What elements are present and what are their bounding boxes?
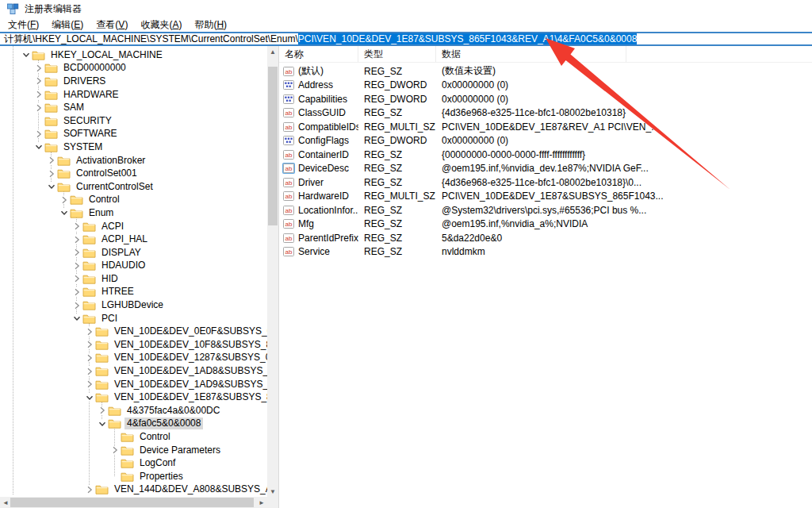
tree-item-enum[interactable]: Enum [0, 206, 267, 220]
tree-vertical-scrollbar[interactable]: ▲ ▼ [267, 46, 278, 497]
tree-item-ven-10de-dev-1e87-subsys-865f1043-r[interactable]: VEN_10DE&DEV_1E87&SUBSYS_865F1043&R [0, 391, 267, 404]
expand-chevron-icon[interactable] [34, 90, 43, 99]
tree-item-ven-10de-dev-1ad8-subsys-865f1043-f[interactable]: VEN_10DE&DEV_1AD8&SUBSYS_865F1043&F [0, 364, 267, 378]
expand-chevron-icon[interactable] [85, 327, 94, 336]
value-row-hardwareid[interactable]: abHardwareIDREG_MULTI_SZPCI\VEN_10DE&DEV… [279, 190, 812, 204]
tree-item-hkey-local-machine[interactable]: HKEY_LOCAL_MACHINE [0, 48, 267, 62]
tree-item-4-375fac4a-0-00dc[interactable]: 4&375fac4a&0&00DC [0, 404, 267, 418]
tree-item-hid[interactable]: HID [0, 272, 267, 286]
tree-item-ven-144d-dev-a808-subsys-a801144d[interactable]: VEN_144D&DEV_A808&SUBSYS_A801144D& [0, 483, 267, 497]
tree-item-htree[interactable]: HTREE [0, 286, 267, 299]
expand-chevron-icon[interactable] [85, 380, 94, 389]
tree-item-activationbroker[interactable]: ActivationBroker [0, 154, 267, 167]
tree-item-4-fa0c5-0-0008[interactable]: 4&fa0c5&0&0008 [0, 418, 267, 431]
registry-key-folder-icon [70, 194, 83, 205]
tree-item-display[interactable]: DISPLAY [0, 246, 267, 260]
tree-item-acpi-hal[interactable]: ACPI_HAL [0, 233, 267, 246]
tree-item-acpi[interactable]: ACPI [0, 220, 267, 233]
expand-chevron-icon[interactable] [85, 485, 94, 494]
tree-item-bcd00000000[interactable]: BCD00000000 [0, 62, 267, 75]
tree-item-security[interactable]: SECURITY [0, 114, 267, 128]
collapse-chevron-icon[interactable] [34, 143, 43, 152]
vertical-scrollbar-thumb[interactable] [268, 67, 278, 225]
collapse-chevron-icon[interactable] [85, 393, 94, 402]
expand-chevron-icon[interactable] [59, 195, 68, 204]
column-header-name[interactable]: 名称 [279, 46, 358, 62]
registry-key-folder-icon [44, 76, 58, 87]
tree-item-ven-10de-dev-1287-subsys-00007377-r[interactable]: VEN_10DE&DEV_1287&SUBSYS_00007377&R [0, 352, 267, 365]
tree-item-system[interactable]: SYSTEM [0, 140, 267, 154]
value-row-devicedesc[interactable]: abDeviceDescREG_SZ@oem195.inf,%nvidia_de… [279, 162, 812, 176]
expand-chevron-icon[interactable] [34, 64, 43, 72]
value-row-classguid[interactable]: abClassGUIDREG_SZ{4d36e968-e325-11ce-bfc… [279, 106, 812, 121]
tree-item-sam[interactable]: SAM [0, 101, 267, 114]
collapse-chevron-icon[interactable] [59, 209, 68, 217]
value-row-mfg[interactable]: abMfgREG_SZ@oem195.inf,%nvidia_a%;NVIDIA [279, 217, 812, 232]
expand-chevron-icon[interactable] [72, 261, 81, 270]
value-row-driver[interactable]: abDriverREG_SZ{4d36e968-e325-11ce-bfc1-0… [279, 175, 812, 190]
menu-item-f[interactable]: 文件(F) [2, 17, 45, 33]
tree-item-control[interactable]: Control [0, 430, 267, 444]
collapse-chevron-icon[interactable] [72, 314, 81, 323]
address-bar[interactable]: 计算机\HKEY_LOCAL_MACHINE\SYSTEM\CurrentCon… [0, 32, 812, 46]
scroll-up-icon[interactable]: ▲ [267, 46, 278, 57]
value-row-[interactable]: ab(默认)REG_SZ(数值未设置) [279, 64, 812, 79]
value-row-capabilities[interactable]: CapabilitiesREG_DWORD0x00000000 (0) [279, 92, 812, 106]
menu-item-a[interactable]: 收藏夹(A) [134, 17, 188, 33]
expand-chevron-icon[interactable] [72, 222, 81, 231]
tree-item-properties[interactable]: Properties [0, 470, 267, 483]
expand-chevron-icon[interactable] [72, 301, 81, 310]
tree-item-ven-10de-dev-0e0f-subsys-00007377-r[interactable]: VEN_10DE&DEV_0E0F&SUBSYS_00007377&R [0, 325, 267, 338]
expand-chevron-icon[interactable] [72, 235, 81, 244]
column-header-data[interactable]: 数据 [436, 46, 626, 62]
tree-item-drivers[interactable]: DRIVERS [0, 75, 267, 88]
value-row-service[interactable]: abServiceREG_SZnvlddmkm [279, 245, 812, 260]
collapse-chevron-icon[interactable] [47, 183, 56, 191]
menu-item-v[interactable]: 查看(V) [90, 17, 134, 33]
tree-item-control[interactable]: Control [0, 194, 267, 207]
expand-chevron-icon[interactable] [72, 248, 81, 257]
expand-chevron-icon[interactable] [110, 446, 119, 455]
value-name-text: ConfigFlags [298, 135, 349, 146]
value-data-cell: @oem195.inf,%nvidia_dev.1e87%;NVIDIA GeF… [436, 163, 812, 174]
horizontal-scrollbar-thumb[interactable] [10, 498, 254, 507]
value-row-locationinfor[interactable]: abLocationInfor...REG_SZ@System32\driver… [279, 203, 812, 217]
tree-item-currentcontrolset[interactable]: CurrentControlSet [0, 180, 267, 194]
tree-horizontal-scrollbar[interactable]: ◄ ► [0, 497, 267, 508]
expand-chevron-icon[interactable] [34, 129, 43, 138]
collapse-chevron-icon[interactable] [21, 51, 30, 60]
menu-item-h[interactable]: 帮助(H) [188, 17, 233, 33]
expand-chevron-icon[interactable] [47, 156, 56, 165]
value-row-address[interactable]: AddressREG_DWORD0x00000000 (0) [279, 79, 812, 93]
expand-chevron-icon[interactable] [72, 287, 81, 296]
tree-item-ven-10de-dev-10f8-subsys-865f1043-r[interactable]: VEN_10DE&DEV_10F8&SUBSYS_865F1043&R [0, 338, 267, 352]
tree-item-controlset001[interactable]: ControlSet001 [0, 167, 267, 180]
column-header-type[interactable]: 类型 [358, 46, 436, 62]
expand-chevron-icon[interactable] [47, 169, 56, 178]
scroll-down-icon[interactable]: ▼ [267, 486, 278, 497]
value-row-configflags[interactable]: ConfigFlagsREG_DWORD0x00000000 (0) [279, 134, 812, 148]
expand-chevron-icon[interactable] [34, 103, 43, 112]
scroll-left-icon[interactable]: ◄ [0, 497, 11, 508]
tree-item-logconf[interactable]: LogConf [0, 456, 267, 470]
tree-item-ven-10de-dev-1ad9-subsys-865f1043-f[interactable]: VEN_10DE&DEV_1AD9&SUBSYS_865F1043&F [0, 378, 267, 391]
expand-chevron-icon[interactable] [98, 406, 106, 415]
tree-item-software[interactable]: SOFTWARE [0, 128, 267, 141]
expand-chevron-icon[interactable] [72, 275, 81, 283]
tree-item-hdaudio[interactable]: HDAUDIO [0, 260, 267, 273]
expand-chevron-icon[interactable] [85, 353, 94, 362]
expand-chevron-icon[interactable] [85, 367, 94, 375]
value-row-compatibleids[interactable]: abCompatibleIDsREG_MULTI_SZPCI\VEN_10DE&… [279, 120, 812, 134]
collapse-chevron-icon[interactable] [98, 419, 106, 428]
expand-chevron-icon[interactable] [85, 341, 94, 349]
expand-chevron-icon[interactable] [34, 77, 43, 86]
tree-item-device-parameters[interactable]: Device Parameters [0, 444, 267, 457]
menu-item-e[interactable]: 编辑(E) [45, 17, 90, 33]
scroll-right-icon[interactable]: ► [256, 497, 267, 508]
value-row-parentidprefix[interactable]: abParentIdPrefixREG_SZ5&da22d0e&0 [279, 231, 812, 245]
tree-item-hardware[interactable]: HARDWARE [0, 88, 267, 102]
title-bar[interactable]: 注册表编辑器 [0, 0, 812, 17]
tree-item-lghubdevice[interactable]: LGHUBDevice [0, 298, 267, 312]
tree-item-pci[interactable]: PCI [0, 312, 267, 325]
value-row-containerid[interactable]: abContainerIDREG_SZ{00000000-0000-0000-f… [279, 148, 812, 162]
